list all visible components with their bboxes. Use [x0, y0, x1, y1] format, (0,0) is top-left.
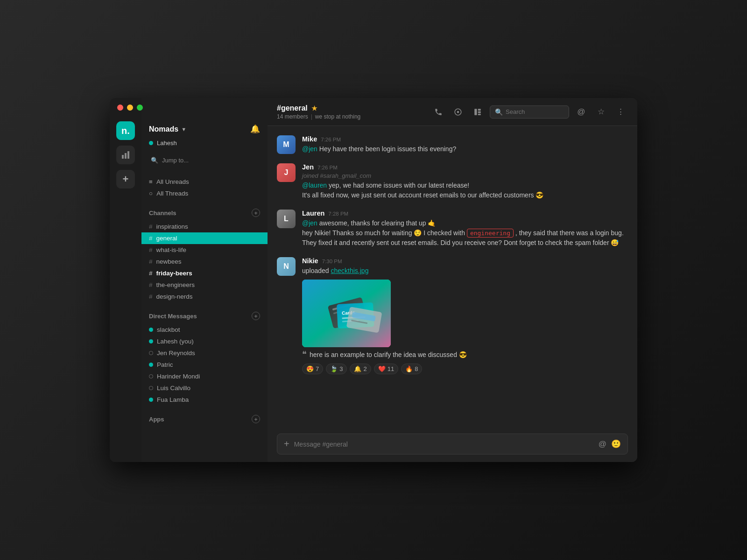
msg-body: @lauren yep, we had some issues with our…: [302, 181, 628, 200]
dm-harinder[interactable]: Harinder Mondi: [141, 371, 268, 382]
sidebar-search: 🔍 Jump to...: [141, 152, 268, 172]
msg-author: Nikie: [302, 257, 318, 265]
uploaded-file-link[interactable]: checkthis.jpg: [331, 267, 369, 274]
channel-item-what-is-life[interactable]: # what-is-life: [141, 244, 268, 256]
message-header: Mike 7:26 PM: [302, 135, 628, 143]
msg-body: @jen Hey have there been login issues th…: [302, 144, 628, 154]
channel-item-friday-beers[interactable]: # friday-beers: [141, 267, 268, 279]
channel-star-icon[interactable]: ★: [311, 105, 317, 112]
channel-item-newbees[interactable]: # newbees: [141, 256, 268, 267]
svg-rect-6: [478, 111, 481, 113]
card-mockup: Cards.: [302, 280, 391, 347]
quote-mark-icon: ❝: [302, 350, 307, 358]
msg-body: uploaded checkthis.jpg: [302, 266, 628, 276]
chart-icon[interactable]: [116, 146, 135, 164]
reaction-fire[interactable]: 😍 7: [302, 364, 323, 374]
sidebar-username: Lahesh: [157, 140, 177, 147]
user-status-dot: [149, 141, 153, 145]
search-input[interactable]: [506, 108, 564, 115]
message-header: Nikie 7:30 PM: [302, 257, 628, 265]
reaction-hot[interactable]: 🔥 8: [401, 364, 422, 374]
add-channel-button[interactable]: +: [252, 209, 260, 217]
apps-section: Apps +: [141, 409, 268, 431]
dm-jen-reynolds[interactable]: Jen Reynolds: [141, 347, 268, 359]
avatar-mike: M: [277, 135, 296, 154]
hash-icon: #: [149, 235, 153, 242]
message-header: Jen 7:26 PM: [302, 163, 628, 171]
msg-author: Lauren: [302, 210, 324, 217]
threads-icon: ○: [149, 190, 153, 197]
minimize-button[interactable]: [127, 105, 133, 111]
msg-author: Jen: [302, 163, 314, 171]
dm-label[interactable]: Direct Messages: [149, 313, 197, 320]
message-input-box: + @ 🙂: [277, 434, 628, 455]
msg-body: @jen awesome, thanks for clearing that u…: [302, 218, 628, 248]
notifications-icon[interactable]: 🔔: [250, 124, 260, 134]
channel-name: #general: [277, 104, 308, 112]
image-preview[interactable]: Cards.: [302, 280, 391, 347]
all-threads-item[interactable]: ○ All Threads: [141, 188, 268, 199]
svg-rect-0: [122, 155, 124, 159]
channels-section-header: Channels +: [141, 207, 268, 219]
channels-label[interactable]: Channels: [149, 210, 176, 217]
reactions: 😍 7 🍃 3 🔔 2 ❤️ 11 🔥 8: [302, 364, 628, 374]
sidebar-user: Lahesh: [141, 138, 268, 152]
mention: @jen: [302, 219, 317, 227]
dm-slackbot[interactable]: slackbot: [141, 324, 268, 336]
reaction-leaf[interactable]: 🍃 3: [326, 364, 347, 374]
workspace-icon[interactable]: n.: [116, 121, 135, 140]
channel-header: #general ★ 14 members | we stop at nothi…: [268, 98, 637, 126]
channel-info: #general ★ 14 members | we stop at nothi…: [277, 104, 360, 120]
apps-label[interactable]: Apps: [149, 416, 164, 423]
dm-lahesh[interactable]: Lahesh (you): [141, 336, 268, 347]
channel-item-design-nerds[interactable]: # design-nerds: [141, 291, 268, 302]
channel-item-the-engineers[interactable]: # the-engineers: [141, 279, 268, 291]
app-window: n. + Nomads ▼ 🔔 Lahesh 🔍 Jump to..: [110, 98, 637, 462]
add-app-button[interactable]: +: [252, 415, 260, 423]
close-button[interactable]: [117, 105, 123, 111]
dm-status-dot: [149, 363, 153, 367]
message-content-lauren: Lauren 7:28 PM @jen awesome, thanks for …: [302, 210, 628, 248]
message-input[interactable]: [294, 441, 594, 448]
dm-status-dot: [149, 374, 153, 378]
quote-text: ❝ here is an example to clarify the idea…: [302, 350, 628, 360]
emoji-icon[interactable]: 🙂: [611, 439, 621, 449]
maximize-button[interactable]: [137, 105, 143, 111]
add-attachment-icon[interactable]: +: [284, 439, 289, 449]
jump-to-button[interactable]: 🔍 Jump to...: [147, 154, 262, 167]
channel-description: we stop at nothing: [315, 113, 360, 120]
channel-item-general[interactable]: # general: [141, 232, 268, 244]
reaction-bell[interactable]: 🔔 2: [350, 364, 371, 374]
search-box[interactable]: 🔍: [490, 105, 569, 119]
at-icon[interactable]: @: [574, 105, 589, 119]
more-options-icon[interactable]: ⋮: [613, 105, 628, 119]
call-icon[interactable]: [431, 105, 446, 119]
mention: @lauren: [302, 182, 327, 189]
add-dm-button[interactable]: +: [252, 312, 260, 320]
main-content: #general ★ 14 members | we stop at nothi…: [268, 98, 637, 462]
star-icon[interactable]: ☆: [593, 105, 608, 119]
msg-time: 7:30 PM: [322, 259, 342, 264]
at-mention-icon[interactable]: @: [599, 440, 606, 449]
add-workspace-icon[interactable]: +: [116, 170, 135, 189]
settings-icon[interactable]: [451, 105, 465, 119]
channel-title: #general ★: [277, 104, 360, 112]
apps-section-header: Apps +: [141, 413, 268, 425]
message-header: Lauren 7:28 PM: [302, 210, 628, 217]
icon-rail: n. +: [110, 98, 141, 462]
all-unreads-item[interactable]: ≡ All Unreads: [141, 176, 268, 188]
workspace-name[interactable]: Nomads ▼: [149, 125, 186, 133]
avatar-jen: J: [277, 163, 296, 182]
channel-item-inspirations[interactable]: # inspirations: [141, 221, 268, 232]
channel-meta: 14 members | we stop at nothing: [277, 113, 360, 120]
header-actions: 🔍 @ ☆ ⋮: [431, 105, 628, 119]
hash-icon: #: [149, 223, 153, 230]
message-nikie: N Nikie 7:30 PM uploaded checkthis.jpg: [277, 257, 628, 374]
dm-fua[interactable]: Fua Lamba: [141, 394, 268, 406]
sidebar-toggle-icon[interactable]: [470, 105, 485, 119]
msg-author: Mike: [302, 135, 317, 143]
dm-luis[interactable]: Luis Calvillo: [141, 382, 268, 394]
svg-rect-4: [474, 109, 477, 115]
reaction-heart[interactable]: ❤️ 11: [374, 364, 398, 374]
dm-patric[interactable]: Patric: [141, 359, 268, 371]
